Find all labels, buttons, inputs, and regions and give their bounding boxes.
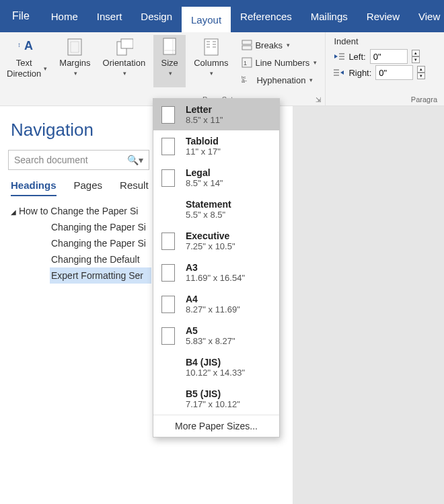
svg-rect-6 (163, 38, 176, 54)
size-button[interactable]: Size ▾ (153, 35, 186, 87)
tab-review[interactable]: Review (357, 0, 409, 32)
size-option-dim: 11" x 17" (186, 146, 221, 157)
hyphenation-button[interactable]: a-bc Hyphenation▾ (239, 73, 320, 87)
text-direction-icon: ↕A (17, 38, 36, 56)
size-option-dim: 8.5" x 11" (186, 115, 223, 125)
size-option-statement[interactable]: Statement5.5" x 8.5" (153, 194, 279, 225)
size-option-name: Executive (186, 230, 235, 241)
size-option-dim: 10.12" x 14.33" (186, 368, 245, 378)
tree-item[interactable]: Changing the Paper Si (50, 219, 151, 235)
size-option-dim: 11.69" x 16.54" (186, 273, 245, 283)
indent-right-icon (334, 69, 344, 77)
margins-icon (65, 38, 84, 56)
breaks-button[interactable]: Breaks▾ (239, 38, 320, 52)
collapse-icon[interactable]: ◢ (11, 208, 16, 216)
indent-right-input[interactable] (375, 65, 413, 80)
page-icon (161, 296, 175, 313)
tree-item-selected[interactable]: Expert Formatting Ser (50, 267, 151, 284)
ribbon: ↕A Text Direction▾ Margins ▾ Orientation… (0, 32, 444, 106)
size-option-name: Statement (186, 199, 231, 210)
chevron-down-icon: ▾ (44, 65, 47, 72)
size-option-name: B4 (JIS) (186, 357, 245, 368)
nav-tab-results[interactable]: Result (120, 179, 149, 196)
page-icon (161, 106, 175, 124)
size-option-name: Letter (186, 104, 223, 115)
chevron-down-icon: ▾ (169, 70, 172, 77)
columns-icon (202, 38, 221, 56)
line-numbers-icon: 1 (242, 57, 252, 68)
tab-file[interactable]: File (0, 0, 42, 32)
size-option-dim: 8.5" x 14" (186, 178, 223, 188)
tab-layout[interactable]: Layout (182, 7, 231, 32)
page-icon (161, 233, 175, 250)
page-icon (161, 138, 175, 155)
navigation-pane: Navigation Search document 🔍▾ Headings P… (0, 120, 151, 284)
text-direction-button[interactable]: ↕A Text Direction▾ (3, 35, 51, 87)
svg-text:↕: ↕ (17, 41, 21, 48)
columns-button[interactable]: Columns ▾ (190, 35, 232, 87)
indent-left-icon (334, 52, 344, 60)
size-option-a3[interactable]: A311.69" x 16.54" (153, 257, 279, 288)
search-icon: 🔍▾ (127, 155, 143, 165)
line-numbers-button[interactable]: 1 Line Numbers▾ (239, 55, 320, 70)
page-icon (161, 169, 175, 187)
size-option-a4[interactable]: A48.27" x 11.69" (153, 288, 279, 320)
nav-tab-pages[interactable]: Pages (74, 179, 103, 196)
margins-button[interactable]: Margins ▾ (55, 35, 94, 87)
search-input[interactable]: Search document 🔍▾ (8, 150, 149, 170)
outline-tree: ◢ How to Change the Paper Si Changing th… (9, 203, 151, 284)
more-paper-sizes[interactable]: More Paper Sizes... (153, 415, 279, 437)
svg-rect-3 (71, 42, 79, 52)
size-option-b5-jis-[interactable]: B5 (JIS)7.17" x 10.12" (153, 383, 279, 415)
chevron-down-icon: ▾ (74, 70, 77, 77)
tab-mailings[interactable]: Mailings (301, 0, 357, 32)
size-option-dim: 8.27" x 11.69" (186, 304, 240, 314)
tree-item[interactable]: Changing the Paper Si (50, 235, 151, 251)
size-option-legal[interactable]: Legal8.5" x 14" (153, 162, 279, 194)
size-option-name: B5 (JIS) (186, 388, 240, 399)
orientation-button[interactable]: Orientation ▾ (99, 35, 150, 87)
nav-tab-headings[interactable]: Headings (11, 179, 57, 196)
size-icon (160, 38, 179, 56)
svg-rect-5 (121, 39, 133, 48)
tree-root[interactable]: ◢ How to Change the Paper Si (9, 203, 151, 219)
chevron-down-icon: ▾ (287, 42, 290, 48)
size-option-name: A4 (186, 294, 240, 304)
indent-title: Indent (334, 36, 425, 46)
group-label-paragraph: Paragra (411, 95, 437, 103)
page-icon (161, 327, 175, 345)
indent-right-spinner[interactable]: ▴▾ (417, 66, 425, 79)
ribbon-tabs: File Home Insert Design Layout Reference… (0, 0, 444, 32)
page-setup-launcher[interactable]: ⇲ (316, 96, 321, 103)
size-option-name: A3 (186, 262, 245, 273)
chevron-down-icon: ▾ (309, 77, 313, 83)
svg-text:1: 1 (244, 60, 247, 67)
size-option-dim: 5.5" x 8.5" (186, 210, 231, 220)
tab-design[interactable]: Design (131, 0, 182, 32)
tab-insert[interactable]: Insert (87, 0, 132, 32)
indent-left-input[interactable] (370, 49, 408, 64)
tab-home[interactable]: Home (42, 0, 87, 32)
size-option-dim: 7.25" x 10.5" (186, 241, 235, 251)
indent-right-label: Right: (348, 68, 371, 78)
tab-references[interactable]: References (231, 0, 301, 32)
orientation-icon (114, 38, 133, 56)
svg-rect-14 (242, 40, 252, 44)
size-option-a5[interactable]: A55.83" x 8.27" (153, 320, 279, 351)
size-option-name: Legal (186, 167, 223, 178)
size-option-dim: 7.17" x 10.12" (186, 399, 240, 409)
size-option-name: A5 (186, 325, 235, 336)
indent-left-spinner[interactable]: ▴▾ (412, 50, 420, 63)
indent-left-label: Left: (348, 52, 365, 62)
chevron-down-icon: ▾ (123, 70, 126, 77)
tab-view[interactable]: View (409, 0, 444, 32)
size-option-tabloid[interactable]: Tabloid11" x 17" (153, 130, 279, 162)
tree-item[interactable]: Changing the Default (50, 251, 151, 267)
navigation-title: Navigation (11, 120, 151, 140)
size-option-executive[interactable]: Executive7.25" x 10.5" (153, 225, 279, 257)
hyphenation-icon: a-bc (242, 75, 254, 85)
size-option-b4-jis-[interactable]: B4 (JIS)10.12" x 14.33" (153, 351, 279, 383)
size-option-name: Tabloid (186, 136, 221, 146)
size-option-letter[interactable]: Letter8.5" x 11" (153, 99, 279, 130)
chevron-down-icon: ▾ (210, 70, 213, 77)
